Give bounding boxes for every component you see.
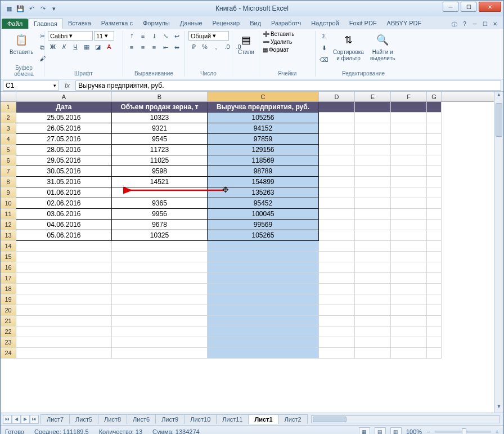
sheet-tab-Лист7[interactable]: Лист7 bbox=[40, 414, 70, 424]
row-header[interactable]: 7 bbox=[1, 166, 16, 177]
row-header[interactable]: 3 bbox=[1, 123, 16, 134]
row-header[interactable]: 6 bbox=[1, 155, 16, 166]
bold-button[interactable]: Ж bbox=[48, 42, 58, 52]
find-select-button[interactable]: 🔍 Найти и выделить bbox=[368, 31, 398, 62]
sheet-tab-Лист10[interactable]: Лист10 bbox=[184, 414, 217, 424]
cell[interactable] bbox=[355, 284, 391, 294]
cell[interactable]: 100045 bbox=[208, 209, 319, 220]
col-header-C[interactable]: C bbox=[208, 92, 319, 101]
align-right-icon[interactable]: ≡ bbox=[149, 42, 159, 52]
cell[interactable] bbox=[319, 166, 355, 177]
ribbon-tab-Главная[interactable]: Главная bbox=[28, 18, 63, 29]
cell[interactable] bbox=[319, 348, 355, 359]
ribbon-tab-Разработч[interactable]: Разработч bbox=[266, 18, 306, 29]
cell[interactable] bbox=[112, 262, 208, 273]
sheet-tab-Лист2[interactable]: Лист2 bbox=[278, 414, 308, 424]
cell[interactable] bbox=[427, 209, 442, 220]
cell[interactable] bbox=[391, 316, 427, 326]
ribbon-minimize-icon[interactable]: ⓘ bbox=[451, 21, 458, 29]
cell[interactable] bbox=[355, 252, 391, 262]
cell[interactable] bbox=[319, 294, 355, 305]
cell[interactable] bbox=[112, 252, 208, 262]
cell[interactable] bbox=[391, 187, 427, 198]
cell[interactable] bbox=[355, 134, 391, 145]
cell[interactable] bbox=[427, 155, 442, 166]
italic-button[interactable]: К bbox=[59, 42, 69, 52]
cell[interactable] bbox=[319, 326, 355, 337]
cell[interactable]: 11025 bbox=[112, 155, 208, 166]
sheet-tab-Лист5[interactable]: Лист5 bbox=[69, 414, 98, 424]
row-header[interactable]: 1 bbox=[1, 102, 16, 113]
cell[interactable] bbox=[208, 294, 319, 305]
align-left-icon[interactable]: ≡ bbox=[127, 42, 137, 52]
cell[interactable] bbox=[208, 284, 319, 294]
view-normal-icon[interactable]: ▦ bbox=[359, 427, 370, 435]
currency-icon[interactable]: ₽ bbox=[188, 42, 199, 52]
cell[interactable] bbox=[16, 241, 112, 252]
cell[interactable] bbox=[319, 209, 355, 220]
number-format-select[interactable]: Общий▾ bbox=[188, 31, 229, 41]
view-pagebreak-icon[interactable]: ▥ bbox=[390, 427, 402, 435]
sheet-tab-Лист11[interactable]: Лист11 bbox=[216, 414, 249, 424]
cell[interactable] bbox=[391, 305, 427, 316]
cell[interactable]: 9365 bbox=[112, 198, 208, 209]
cell[interactable]: 29.05.2016 bbox=[16, 155, 112, 166]
cell[interactable] bbox=[355, 209, 391, 220]
cell[interactable] bbox=[427, 187, 442, 198]
cell[interactable] bbox=[16, 284, 112, 294]
cell[interactable] bbox=[427, 220, 442, 230]
cell[interactable] bbox=[16, 337, 112, 348]
zoom-in-icon[interactable]: + bbox=[496, 428, 499, 435]
cell[interactable] bbox=[319, 187, 355, 198]
minimize-button[interactable]: ─ bbox=[443, 2, 458, 12]
align-middle-icon[interactable]: ≡ bbox=[138, 31, 148, 41]
cell[interactable] bbox=[319, 198, 355, 209]
help-icon[interactable]: ? bbox=[461, 21, 469, 29]
cell[interactable] bbox=[208, 326, 319, 337]
cell[interactable] bbox=[355, 123, 391, 134]
row-header[interactable]: 14 bbox=[1, 241, 16, 252]
cell[interactable] bbox=[319, 273, 355, 284]
cell[interactable] bbox=[427, 326, 442, 337]
cell[interactable] bbox=[427, 294, 442, 305]
cell[interactable] bbox=[319, 241, 355, 252]
cell[interactable] bbox=[355, 305, 391, 316]
ribbon-tab-Вид[interactable]: Вид bbox=[245, 18, 266, 29]
cell[interactable] bbox=[391, 337, 427, 348]
cell[interactable]: 10323 bbox=[112, 113, 208, 123]
underline-button[interactable]: Ч bbox=[70, 42, 80, 52]
cell[interactable] bbox=[319, 113, 355, 123]
cell[interactable]: 31.05.2016 bbox=[16, 177, 112, 187]
save-icon[interactable]: 💾 bbox=[15, 3, 25, 14]
row-header[interactable]: 18 bbox=[1, 284, 16, 294]
cell[interactable] bbox=[427, 316, 442, 326]
cell[interactable] bbox=[427, 305, 442, 316]
cell[interactable] bbox=[208, 348, 319, 359]
ribbon-tab-Надстрой[interactable]: Надстрой bbox=[306, 18, 344, 29]
cell[interactable]: 03.06.2016 bbox=[16, 209, 112, 220]
cell[interactable] bbox=[427, 123, 442, 134]
paste-button[interactable]: 📋 Вставить bbox=[7, 31, 35, 56]
cell[interactable] bbox=[16, 273, 112, 284]
redo-icon[interactable]: ↷ bbox=[38, 3, 48, 14]
align-center-icon[interactable]: ≡ bbox=[138, 42, 148, 52]
cell[interactable]: Выручка предприятия, руб. bbox=[208, 102, 319, 113]
cell[interactable]: 01.06.2016 bbox=[16, 187, 112, 198]
orientation-icon[interactable]: ⤡ bbox=[160, 31, 170, 41]
row-header[interactable]: 23 bbox=[1, 337, 16, 348]
maximize-button[interactable]: ☐ bbox=[461, 2, 476, 12]
cell[interactable] bbox=[427, 198, 442, 209]
cell[interactable]: 9956 bbox=[112, 209, 208, 220]
row-header[interactable]: 9 bbox=[1, 187, 16, 198]
cell[interactable] bbox=[355, 337, 391, 348]
cell[interactable]: 14521 bbox=[112, 177, 208, 187]
qat-dropdown-icon[interactable]: ▾ bbox=[49, 3, 59, 14]
cell[interactable] bbox=[391, 166, 427, 177]
cell[interactable] bbox=[391, 326, 427, 337]
cell[interactable] bbox=[112, 273, 208, 284]
cell[interactable] bbox=[355, 294, 391, 305]
cell[interactable] bbox=[427, 102, 442, 113]
view-layout-icon[interactable]: ▤ bbox=[375, 427, 386, 435]
cell[interactable] bbox=[391, 241, 427, 252]
cell[interactable] bbox=[16, 305, 112, 316]
